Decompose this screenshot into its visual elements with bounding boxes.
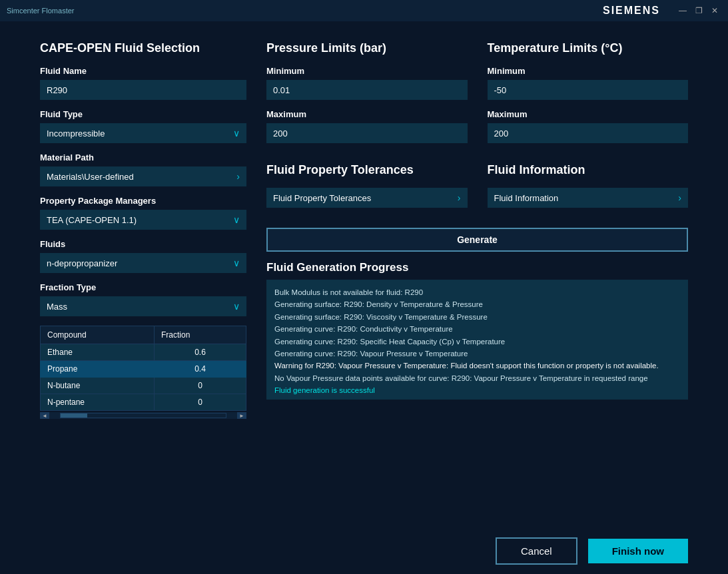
- pressure-min-label: Minimum: [266, 66, 468, 76]
- generate-button[interactable]: Generate: [266, 228, 688, 252]
- pkg-managers-chevron: ∨: [233, 214, 240, 225]
- titlebar: Simcenter Flomaster SIEMENS — ❐ ✕: [0, 0, 728, 21]
- pressure-max-label: Maximum: [266, 109, 468, 119]
- fluid-property-panel: Fluid Property Tolerances Fluid Property…: [266, 163, 468, 217]
- temperature-panel: Temperature Limits (°C) Minimum Maximum: [488, 41, 689, 152]
- close-button[interactable]: ✕: [708, 4, 721, 17]
- cancel-button[interactable]: Cancel: [496, 537, 577, 565]
- log-line: Fluid generation is successful: [274, 384, 680, 396]
- fraction-cell: 0.4: [154, 361, 246, 378]
- fraction-cell: 0: [154, 378, 246, 394]
- scroll-left-btn[interactable]: ◄: [40, 412, 49, 419]
- log-line: Generating curve: R290: Conductivity v T…: [274, 323, 680, 335]
- siemens-logo: SIEMENS: [603, 5, 660, 17]
- log-line: Bulk Modulus is not available for fluid:…: [274, 286, 680, 298]
- temperature-max-label: Maximum: [488, 109, 689, 119]
- material-path-arrow: ›: [236, 171, 240, 182]
- horizontal-scrollbar[interactable]: ◄ ►: [40, 412, 246, 419]
- limits-row: Pressure Limits (bar) Minimum Maximum Te…: [266, 41, 688, 152]
- table-row[interactable]: Ethane0.6: [41, 344, 246, 361]
- log-line: Generating curve: R290: Specific Heat Ca…: [274, 336, 680, 348]
- fraction-type-value: Mass: [47, 302, 67, 312]
- compound-cell: N-butane: [41, 378, 155, 394]
- right-panels: Pressure Limits (bar) Minimum Maximum Te…: [266, 41, 688, 514]
- table-row[interactable]: N-pentane0: [41, 394, 246, 411]
- log-line: Warning for R290: Vapour Pressure v Temp…: [274, 360, 680, 372]
- scroll-right-btn[interactable]: ►: [237, 412, 246, 419]
- fluid-type-label: Fluid Type: [40, 109, 246, 119]
- fluid-information-arrow: ›: [678, 192, 681, 203]
- compound-cell: N-pentane: [41, 394, 155, 411]
- fluid-information-title: Fluid Information: [488, 163, 689, 177]
- fluid-links-row: Fluid Property Tolerances Fluid Property…: [266, 163, 688, 217]
- pressure-min-input[interactable]: [266, 80, 468, 100]
- pressure-max-input[interactable]: [266, 123, 468, 143]
- log-line: Generating surface: R290: Viscosity v Te…: [274, 311, 680, 323]
- log-line: Generating curve: R290: Vapour Pressure …: [274, 348, 680, 360]
- restore-button[interactable]: ❐: [692, 4, 705, 17]
- material-path-value: Materials\User-defined: [47, 172, 134, 182]
- pressure-title: Pressure Limits (bar): [266, 41, 468, 55]
- temperature-min-input[interactable]: [488, 80, 689, 100]
- temperature-title: Temperature Limits (°C): [488, 41, 689, 55]
- app-title: Simcenter Flomaster: [7, 7, 74, 15]
- scroll-track[interactable]: [60, 413, 226, 418]
- fluid-type-chevron: ∨: [233, 128, 240, 139]
- fluid-type-select[interactable]: Incompressible ∨: [40, 123, 246, 143]
- progress-title: Fluid Generation Progress: [266, 261, 688, 274]
- progress-log: Bulk Modulus is not available for fluid:…: [266, 280, 688, 400]
- fluids-value: n-depropropanizer: [47, 258, 117, 268]
- fluids-chevron: ∨: [233, 258, 240, 268]
- material-path-link[interactable]: Materials\User-defined ›: [40, 166, 246, 186]
- fluid-property-link-label: Fluid Property Tolerances: [273, 193, 371, 203]
- material-path-label: Material Path: [40, 152, 246, 162]
- finish-button[interactable]: Finish now: [588, 539, 688, 563]
- left-panel: CAPE-OPEN Fluid Selection Fluid Name Flu…: [40, 41, 246, 514]
- table-row[interactable]: Propane0.4: [41, 361, 246, 378]
- cape-open-title: CAPE-OPEN Fluid Selection: [40, 41, 246, 55]
- fraction-cell: 0: [154, 394, 246, 411]
- fluid-name-label: Fluid Name: [40, 66, 246, 76]
- pkg-managers-label: Property Package Managers: [40, 196, 246, 206]
- fluid-property-title: Fluid Property Tolerances: [266, 163, 468, 177]
- col-header-compound: Compound: [41, 326, 155, 344]
- temperature-max-input[interactable]: [488, 123, 689, 143]
- fluid-type-value: Incompressible: [47, 129, 105, 139]
- minimize-button[interactable]: —: [676, 4, 689, 17]
- col-header-fraction: Fraction: [154, 326, 246, 344]
- log-line: Generating surface: R290: Density v Temp…: [274, 298, 680, 310]
- compound-table: Compound Fraction Ethane0.6Propane0.4N-b…: [40, 326, 246, 411]
- fluid-information-panel: Fluid Information Fluid Information ›: [488, 163, 689, 217]
- fraction-type-label: Fraction Type: [40, 282, 246, 292]
- log-line: No Vapour Pressure data points available…: [274, 372, 680, 384]
- pressure-panel: Pressure Limits (bar) Minimum Maximum: [266, 41, 468, 152]
- temperature-min-label: Minimum: [488, 66, 689, 76]
- fluids-select[interactable]: n-depropropanizer ∨: [40, 253, 246, 273]
- pkg-managers-value: TEA (CAPE-OPEN 1.1): [47, 215, 137, 225]
- table-row[interactable]: N-butane0: [41, 378, 246, 394]
- fluid-name-input[interactable]: [40, 80, 246, 100]
- compound-cell: Ethane: [41, 344, 155, 361]
- fluid-information-link-label: Fluid Information: [494, 193, 559, 203]
- compound-cell: Propane: [41, 361, 155, 378]
- fluid-property-link[interactable]: Fluid Property Tolerances ›: [266, 188, 468, 208]
- fluid-information-link[interactable]: Fluid Information ›: [488, 188, 689, 208]
- main-content: CAPE-OPEN Fluid Selection Fluid Name Flu…: [0, 21, 728, 527]
- fraction-type-select[interactable]: Mass ∨: [40, 296, 246, 316]
- titlebar-controls: SIEMENS — ❐ ✕: [603, 4, 721, 17]
- fluid-property-arrow: ›: [458, 192, 461, 203]
- fluids-label: Fluids: [40, 239, 246, 249]
- scroll-thumb[interactable]: [61, 414, 87, 418]
- fraction-type-chevron: ∨: [233, 301, 240, 312]
- fraction-cell: 0.6: [154, 344, 246, 361]
- pkg-managers-select[interactable]: TEA (CAPE-OPEN 1.1) ∨: [40, 210, 246, 230]
- bottom-bar: Cancel Finish now: [0, 527, 728, 574]
